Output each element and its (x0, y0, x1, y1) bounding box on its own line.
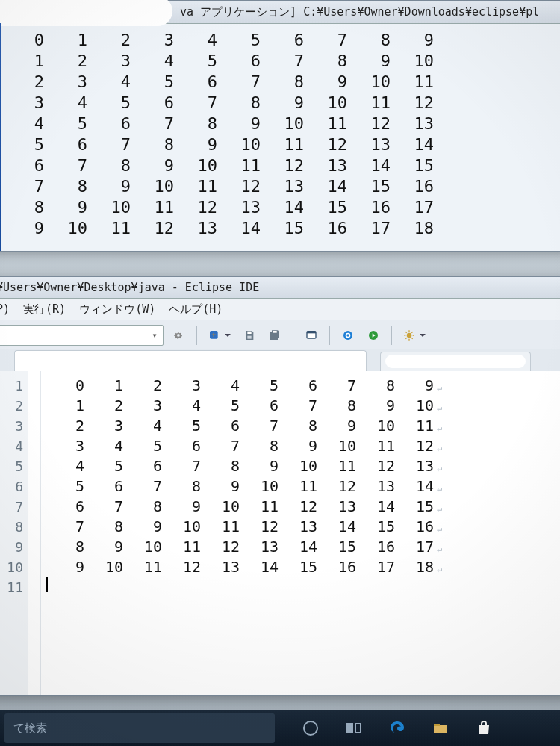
console-row: 6789101112131415 (1, 155, 560, 176)
console-cell: 8 (174, 114, 217, 134)
editor-cell: 6 (162, 436, 201, 456)
toolbar-separator (391, 326, 392, 345)
console-cell: 9 (131, 155, 174, 176)
editor-cell: 3 (162, 376, 201, 396)
console-cell: 13 (391, 114, 434, 134)
editor-cell: 11 (317, 456, 356, 476)
editor-cell: 13 (395, 456, 434, 476)
store-icon[interactable] (463, 710, 505, 746)
editor-cell: 14 (356, 497, 395, 517)
line-number: 9 (0, 537, 23, 557)
console-cell: 9 (304, 72, 347, 93)
save-icon[interactable] (239, 326, 260, 345)
menu-item-window[interactable]: ウィンドウ(W) (79, 302, 155, 317)
console-cell: 8 (304, 51, 347, 72)
terminal-icon[interactable] (301, 326, 322, 345)
editor-tab-inactive[interactable] (380, 352, 531, 372)
editor-cell: 15 (317, 537, 356, 557)
console-cell: 5 (44, 114, 87, 134)
editor-cell: 7 (162, 456, 201, 476)
console-row: 45678910111213 (1, 114, 560, 134)
new-button[interactable] (205, 326, 234, 345)
run-icon[interactable] (363, 326, 384, 345)
console-cell: 9 (347, 51, 391, 72)
console-cell: 5 (1, 134, 44, 155)
editor-content[interactable]: 0123456789↵12345678910↵234567891011↵3456… (41, 371, 560, 695)
editor-line: 567891011121314↵ (46, 476, 560, 497)
console-cell: 4 (44, 93, 87, 114)
editor-cell: 6 (240, 396, 279, 416)
editor-cell: 11 (240, 497, 279, 517)
line-number: 5 (0, 456, 23, 476)
console-row: 78910111213141516 (1, 176, 560, 197)
editor-cell: 8 (201, 456, 240, 476)
console-row: 9101112131415161718 (1, 218, 560, 239)
editor-cell: 9 (317, 416, 356, 436)
line-number: 8 (0, 517, 23, 537)
console-cell: 8 (261, 72, 304, 93)
launch-config-combo[interactable]: ▾ (0, 325, 164, 346)
console-cell: 10 (217, 134, 261, 155)
console-cell: 7 (261, 51, 304, 72)
console-cell: 8 (1, 197, 44, 218)
console-cell: 16 (347, 197, 391, 218)
editor-cell: 7 (46, 517, 84, 537)
editor-cell: 9 (240, 456, 279, 476)
editor-cell: 12 (317, 476, 356, 497)
editor-cell: 10 (317, 436, 356, 456)
editor-cell: 10 (240, 476, 279, 497)
fold-gutter[interactable] (28, 371, 41, 695)
text-editor[interactable]: 1234567891011 0123456789↵12345678910↵234… (0, 371, 560, 695)
console-cell: 10 (347, 72, 391, 93)
menu-item-help[interactable]: ヘルプ(H) (169, 302, 223, 317)
console-cell: 18 (391, 218, 434, 239)
console-cell: 7 (304, 30, 347, 51)
console-cell: 13 (304, 155, 347, 176)
eclipse-titlebar[interactable]: ¥Users¥Owner¥Desktop¥java - Eclipse IDE (0, 277, 560, 299)
console-cell: 17 (347, 218, 391, 239)
save-all-icon[interactable] (264, 326, 285, 345)
console-cell: 3 (1, 93, 44, 114)
editor-cell: 10 (84, 557, 123, 577)
console-cell: 11 (261, 134, 304, 155)
line-number: 1 (0, 376, 23, 396)
editor-cell: 16 (395, 517, 434, 537)
console-output[interactable]: 0123456789123456789102345678910113456789… (0, 24, 560, 245)
console-cell: 3 (131, 30, 174, 51)
console-titlebar[interactable]: va アプリケーション] C:¥Users¥Owner¥Downloads¥ec… (0, 1, 560, 24)
editor-cell: 17 (356, 557, 395, 577)
file-explorer-icon[interactable] (420, 710, 461, 746)
editor-line: 45678910111213↵ (46, 456, 560, 476)
editor-cell: 5 (46, 476, 84, 497)
line-number: 6 (0, 476, 23, 497)
editor-cell: 13 (317, 497, 356, 517)
line-number: 10 (0, 557, 23, 577)
menu-item-run[interactable]: 実行(R) (23, 302, 66, 317)
menu-item-p[interactable]: P) (0, 302, 10, 316)
console-cell: 15 (304, 197, 347, 218)
console-row: 234567891011 (1, 72, 560, 93)
editor-line: 9101112131415161718↵ (46, 557, 560, 577)
editor-cell: 6 (279, 376, 317, 396)
console-window: va アプリケーション] C:¥Users¥Owner¥Downloads¥ec… (0, 0, 560, 252)
editor-cell: 9 (279, 436, 317, 456)
editor-tab-active[interactable] (14, 350, 367, 372)
debug-icon[interactable] (399, 326, 429, 345)
settings-round-icon[interactable] (337, 326, 358, 345)
cortana-icon[interactable] (290, 710, 332, 746)
editor-cell: 3 (46, 436, 84, 456)
console-row: 567891011121314 (1, 134, 560, 155)
editor-cell: 8 (279, 416, 317, 436)
svg-point-7 (346, 334, 349, 336)
editor-cell: 12 (356, 456, 395, 476)
console-cell: 6 (1, 155, 44, 176)
editor-cell: 8 (162, 476, 201, 497)
taskbar-search-box[interactable]: て検索 (4, 713, 275, 743)
console-cell: 7 (44, 155, 87, 176)
editor-line: 234567891011↵ (46, 416, 560, 436)
svg-rect-2 (247, 336, 251, 339)
gear-icon[interactable] (168, 326, 189, 345)
editor-cell: 14 (279, 537, 317, 557)
edge-icon[interactable] (376, 710, 418, 746)
task-view-icon[interactable] (333, 710, 375, 746)
